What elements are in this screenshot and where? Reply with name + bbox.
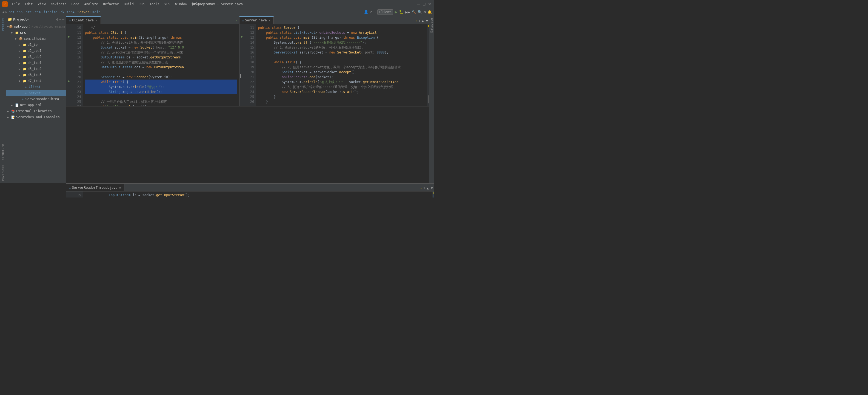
sr-scroll-up-icon[interactable]: ▲: [426, 185, 430, 191]
serverreader-tab-label: ServerReaderThread.java: [72, 186, 118, 190]
menu-file[interactable]: File: [10, 2, 22, 7]
menu-edit[interactable]: Edit: [23, 2, 35, 7]
ln-23: 23: [72, 89, 81, 94]
code-line-21: while (true) {: [85, 80, 237, 84]
sr-code-content[interactable]: InputStream is = socket.getInputStream()…: [83, 192, 432, 198]
nav-back-icon[interactable]: ◀: [2, 10, 4, 14]
breadcrumb-itheima[interactable]: itheima: [43, 10, 58, 14]
server-tab-close-button[interactable]: ✕: [268, 19, 271, 22]
tree-item-serverreader[interactable]: ☕ ServerReaderThrea...: [6, 96, 66, 102]
tree-item-scratches[interactable]: ▶ 📝 Scratches and Consoles: [6, 114, 66, 120]
tree-item-net-app[interactable]: ▼ 📦 net-app D:\code\javasepromax\n: [6, 24, 66, 30]
tree-item-d5-tcp2[interactable]: ▶ 📁 d5_tcp2: [6, 66, 66, 72]
server-code-area: ▶ 11 12 13 14: [240, 24, 429, 106]
search-icon[interactable]: 🔍: [417, 10, 422, 14]
warning-count: 1: [418, 18, 421, 24]
server-line-numbers: 11 12 13 14 15 16 17 18 19 20 21 22 23 2…: [245, 24, 256, 106]
client-code-content[interactable]: */ public class Client { public static v…: [83, 24, 239, 106]
ln-16: 16: [72, 55, 81, 60]
menu-refactor[interactable]: Refactor: [101, 2, 121, 7]
sgutter-11: [240, 24, 245, 29]
ln-14: 14: [72, 45, 81, 50]
panel-settings-icon[interactable]: ⚙: [57, 17, 59, 21]
tree-label-com-itheima: com.itheima: [24, 37, 45, 40]
tree-label-d5-tcp2: d5_tcp2: [28, 67, 42, 71]
tree-item-external-libs[interactable]: ▶ 📚 External Libraries: [6, 108, 66, 114]
code-line-25: // 一旦用户输入了exit，就退出客户端程序: [85, 99, 237, 104]
client-line-numbers: 10 11 12 13 14 15 16 17 18 19 20 21 22 2…: [72, 24, 83, 106]
client-tab-close-button[interactable]: ✕: [95, 19, 98, 22]
ln-24: 24: [72, 94, 81, 99]
server-gutter: ▶: [240, 24, 245, 106]
gutter-run-21[interactable]: ▶: [66, 79, 72, 83]
tree-item-net-app-iml[interactable]: ▶ 📄 net-app.iml: [6, 102, 66, 108]
tab-server[interactable]: ☕ Server.java ✕: [240, 16, 274, 24]
run-config-selector[interactable]: Client: [377, 9, 393, 15]
tree-item-d7-tcp4[interactable]: ▼ 📁 d7_tcp4: [6, 78, 66, 84]
ln-26: 26: [72, 104, 81, 106]
debug-icon[interactable]: 🐛: [399, 10, 404, 14]
tree-item-com-itheima[interactable]: ▼ 📦 com.itheima: [6, 36, 66, 42]
scrollbar-thumb-server[interactable]: [428, 95, 429, 104]
structure-label[interactable]: Structure: [1, 142, 5, 163]
menu-vcs[interactable]: VCS: [162, 2, 173, 7]
user-icon[interactable]: 👤: [364, 10, 368, 14]
code-line-24: [85, 94, 237, 99]
client-tab-bar: ☕ Client.java ✕ ✓: [66, 16, 239, 24]
close-button[interactable]: ✕: [427, 2, 432, 6]
menu-view[interactable]: View: [36, 2, 48, 7]
breadcrumb-net-app[interactable]: net-app: [9, 10, 23, 14]
breadcrumb-server[interactable]: Server: [78, 10, 89, 14]
serverreader-tab-icon: ☕: [69, 186, 71, 190]
menu-navigate[interactable]: Navigate: [49, 2, 69, 7]
nav-back2-icon[interactable]: ↩: [370, 10, 372, 14]
menu-run[interactable]: Run: [136, 2, 147, 7]
serverreader-tab-close-button[interactable]: ✕: [119, 186, 122, 190]
maximize-button[interactable]: □: [422, 2, 426, 6]
d4-folder-icon: 📁: [23, 61, 27, 65]
project-panel-label[interactable]: Project: [1, 16, 5, 33]
nav-forward-icon[interactable]: ▶: [5, 10, 8, 14]
breadcrumb-d7tcp4[interactable]: d7_tcp4: [61, 10, 74, 14]
server-scrollbar[interactable]: [427, 24, 429, 106]
tab-client[interactable]: ☕ Client.java ✕: [66, 16, 101, 24]
tree-item-d2-upd1[interactable]: ▶ 📁 d2_upd1: [6, 48, 66, 54]
server-code-content[interactable]: public class Server { public static List…: [256, 24, 427, 106]
scroll-up-icon[interactable]: ▲: [421, 18, 425, 24]
tree-item-src[interactable]: ▼ 📁 src: [6, 30, 66, 36]
menu-code[interactable]: Code: [69, 2, 82, 7]
tab-serverreader[interactable]: ☕ ServerReaderThread.java ✕: [66, 184, 124, 191]
tree-item-client[interactable]: ☕ Client: [6, 84, 66, 90]
menu-window[interactable]: Window: [173, 2, 189, 7]
menu-tools[interactable]: Tools: [147, 2, 162, 7]
notification-icon[interactable]: 🔔: [427, 10, 432, 14]
tree-item-server[interactable]: ☕ Server: [6, 90, 66, 96]
sr-scrollbar[interactable]: [432, 192, 434, 198]
sgutter-run-13[interactable]: ▶: [240, 34, 245, 39]
warning-icon: ⚠: [415, 18, 418, 24]
panel-collapse-icon[interactable]: ≡: [59, 17, 61, 21]
menu-analyze[interactable]: Analyze: [82, 2, 100, 7]
database-label[interactable]: Database: [429, 16, 434, 35]
gutter-run-12[interactable]: ▶: [66, 34, 72, 39]
tree-item-d4-tcp1[interactable]: ▶ 📁 d4_tcp1: [6, 60, 66, 66]
panel-minimize-icon[interactable]: —: [62, 17, 64, 21]
run-icon[interactable]: ▶: [395, 9, 398, 15]
breadcrumb-main[interactable]: main: [93, 10, 100, 14]
scroll-down-icon[interactable]: ▼: [425, 18, 429, 24]
favorites-label[interactable]: Favorites: [1, 162, 5, 183]
ln-17: 17: [72, 60, 81, 65]
build-icon[interactable]: 🔨: [411, 10, 416, 14]
nav-forward2-icon[interactable]: ↪: [373, 10, 376, 14]
run2-icon[interactable]: ▶▶: [405, 10, 410, 14]
breadcrumb-com[interactable]: com: [34, 10, 40, 14]
panel-actions: ⚙ ≡ —: [57, 17, 64, 21]
sr-scroll-down-icon[interactable]: ▼: [430, 185, 434, 191]
minimize-button[interactable]: ─: [416, 2, 421, 6]
breadcrumb-src[interactable]: src: [26, 10, 32, 14]
tree-item-d6-tcp3[interactable]: ▶ 📁 d6_tcp3: [6, 72, 66, 78]
tree-item-d3-udp2[interactable]: ▶ 📁 d3_udp2: [6, 54, 66, 60]
tree-item-d1-ip[interactable]: ▶ 📁 d1_ip: [6, 42, 66, 48]
menu-build[interactable]: Build: [122, 2, 136, 7]
settings-icon[interactable]: ⚙: [424, 10, 426, 14]
